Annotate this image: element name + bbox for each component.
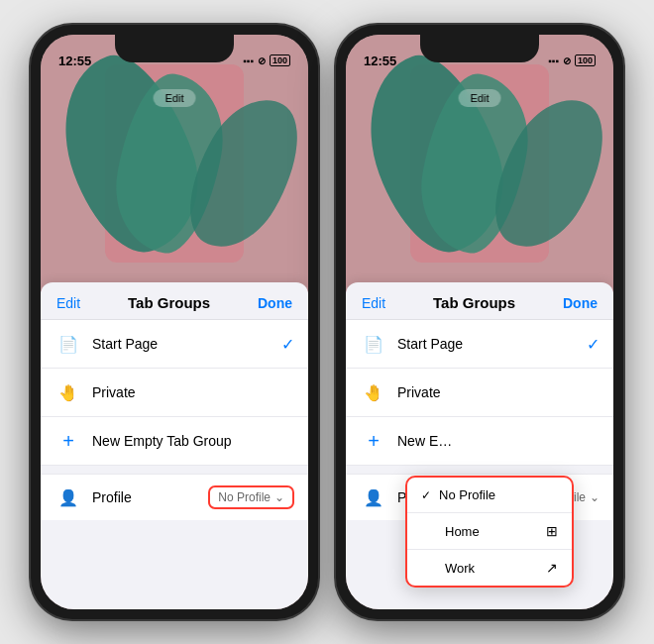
profile-icon-1: 👤 <box>54 483 82 511</box>
profile-icon-2: 👤 <box>360 483 387 511</box>
add-icon-2: + <box>360 427 387 455</box>
start-page-check-1: ✓ <box>281 335 294 354</box>
profile-chevron-1: ⌄ <box>274 490 284 504</box>
list-item-start-page-2[interactable]: 📄 Start Page ✓ <box>346 320 613 369</box>
add-icon-1: + <box>54 427 82 455</box>
status-time-2: 12:55 <box>364 54 396 68</box>
private-icon-2: 🤚 <box>360 378 387 406</box>
sheet-done-2[interactable]: Done <box>563 295 598 311</box>
dropdown-home[interactable]: Home ⊞ <box>407 512 572 549</box>
dropdown-work-icon: ↗ <box>546 560 558 576</box>
dropdown-work[interactable]: Work ↗ <box>407 549 572 586</box>
profile-dropdown-2[interactable]: ✓ No Profile Home ⊞ Work ↗ <box>405 476 574 588</box>
status-icons-1: ▪▪▪ ⊘ 100 <box>243 54 290 66</box>
battery-icon-1: 100 <box>270 54 290 66</box>
start-page-label-1: Start Page <box>92 336 272 352</box>
new-tab-label-1: New Empty Tab Group <box>92 433 294 449</box>
list-item-start-page-1[interactable]: 📄 Start Page ✓ <box>41 320 308 369</box>
profile-selector-1[interactable]: No Profile ⌄ <box>208 485 294 509</box>
signal-icon-2: ▪▪▪ <box>548 55 559 66</box>
wifi-icon-2: ⊘ <box>563 55 571 66</box>
start-page-label-2: Start Page <box>397 336 577 352</box>
phone-screen-2: 12:55 ▪▪▪ ⊘ 100 Edit Edit Tab Groups Don… <box>346 35 613 609</box>
profile-label-1: Profile <box>92 489 198 505</box>
new-tab-label-2: New E… <box>397 433 600 449</box>
list-item-new-tab-1[interactable]: + New Empty Tab Group <box>41 417 308 466</box>
private-label-2: Private <box>397 384 600 400</box>
profile-value-1: No Profile <box>218 490 271 504</box>
spacer-1 <box>41 466 308 474</box>
sheet-title-1: Tab Groups <box>128 294 210 311</box>
sheet-edit-1[interactable]: Edit <box>56 295 80 311</box>
spacer-2 <box>346 466 613 474</box>
sheet-edit-2[interactable]: Edit <box>362 295 385 311</box>
edit-pill-2[interactable]: Edit <box>459 89 501 107</box>
profile-row-1[interactable]: 👤 Profile No Profile ⌄ <box>41 474 308 520</box>
private-icon-1: 🤚 <box>54 378 82 406</box>
phone-1: 12:55 ▪▪▪ ⊘ 100 Edit Edit Tab Groups Don… <box>31 25 318 619</box>
private-label-1: Private <box>92 384 294 400</box>
start-page-icon-2: 📄 <box>360 330 387 358</box>
dropdown-no-profile-label: No Profile <box>439 487 558 502</box>
status-time-1: 12:55 <box>58 54 91 68</box>
list-item-private-2[interactable]: 🤚 Private <box>346 369 613 417</box>
wifi-icon-1: ⊘ <box>258 55 266 66</box>
list-item-private-1[interactable]: 🤚 Private <box>41 369 308 417</box>
bottom-sheet-2: Edit Tab Groups Done 📄 Start Page ✓ 🤚 Pr… <box>346 282 613 609</box>
sheet-done-1[interactable]: Done <box>258 295 292 311</box>
start-page-icon-1: 📄 <box>54 330 82 358</box>
sheet-header-2: Edit Tab Groups Done <box>346 282 613 320</box>
bottom-sheet-1: Edit Tab Groups Done 📄 Start Page ✓ 🤚 Pr… <box>41 282 308 609</box>
dropdown-work-label: Work <box>445 561 546 576</box>
start-page-check-2: ✓ <box>587 335 600 354</box>
notch-2 <box>420 35 539 62</box>
edit-pill-1[interactable]: Edit <box>154 89 196 107</box>
signal-icon-1: ▪▪▪ <box>243 55 254 66</box>
phone-2: 12:55 ▪▪▪ ⊘ 100 Edit Edit Tab Groups Don… <box>336 25 623 619</box>
profile-chevron-2: ⌄ <box>590 490 600 504</box>
dropdown-home-icon: ⊞ <box>546 523 558 539</box>
sheet-header-1: Edit Tab Groups Done <box>41 282 308 320</box>
dropdown-home-label: Home <box>445 524 546 539</box>
list-item-new-tab-2[interactable]: + New E… <box>346 417 613 466</box>
battery-icon-2: 100 <box>575 54 596 66</box>
phone-screen-1: 12:55 ▪▪▪ ⊘ 100 Edit Edit Tab Groups Don… <box>41 35 308 609</box>
sheet-title-2: Tab Groups <box>433 294 515 311</box>
dropdown-no-profile[interactable]: ✓ No Profile <box>407 478 572 512</box>
dropdown-check-icon: ✓ <box>421 488 431 502</box>
status-icons-2: ▪▪▪ ⊘ 100 <box>548 54 596 66</box>
notch-1 <box>115 35 234 62</box>
